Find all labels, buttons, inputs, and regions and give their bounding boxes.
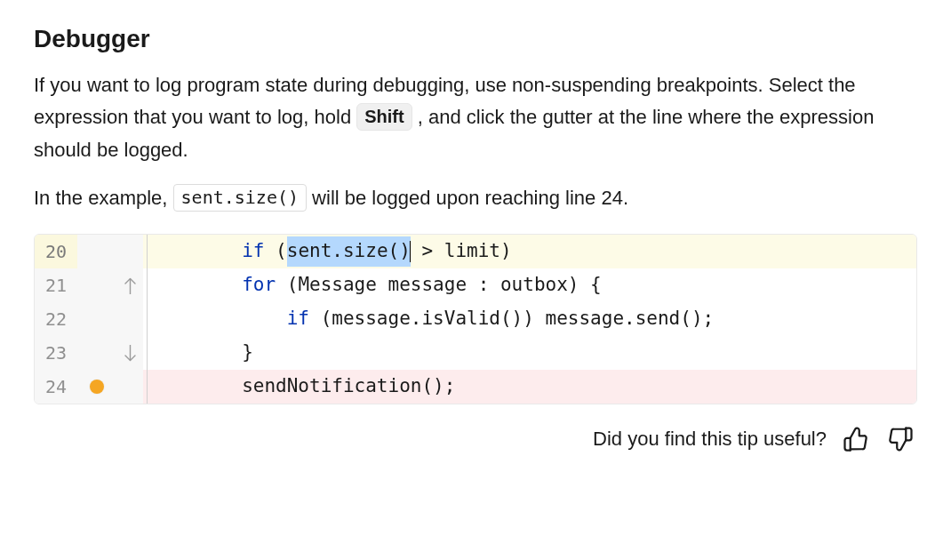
- code-row: 20 if (sent.size() > limit): [35, 235, 916, 268]
- thumbs-up-button[interactable]: [841, 424, 871, 454]
- code-line[interactable]: sendNotification();: [150, 370, 916, 404]
- code-line[interactable]: for (Message message : outbox) {: [150, 268, 916, 302]
- code-row: 24 sendNotification();: [35, 370, 916, 404]
- indent-guide: [143, 370, 150, 404]
- example-text-2: will be logged upon reaching line 24.: [307, 187, 628, 209]
- intro-paragraph: If you want to log program state during …: [34, 69, 917, 166]
- indent-guide: [143, 336, 150, 370]
- line-number[interactable]: 21: [35, 268, 77, 302]
- indent-guide: [143, 302, 150, 336]
- feedback-prompt: Did you find this tip useful?: [593, 428, 827, 451]
- thumbs-up-icon: [843, 426, 869, 452]
- inline-code: sent.size(): [173, 184, 307, 212]
- line-number[interactable]: 20: [35, 235, 77, 268]
- breakpoint-icon[interactable]: [90, 380, 104, 394]
- fold-gutter[interactable]: [116, 302, 143, 336]
- code-line[interactable]: }: [150, 336, 916, 370]
- breakpoint-gutter[interactable]: [77, 336, 116, 370]
- feedback-row: Did you find this tip useful?: [34, 424, 917, 454]
- fold-gutter[interactable]: [116, 235, 143, 268]
- indent-guide: [143, 235, 150, 268]
- fold-gutter[interactable]: [116, 336, 143, 370]
- thumbs-down-icon: [887, 426, 914, 452]
- example-paragraph: In the example, sent.size() will be logg…: [34, 182, 917, 214]
- code-row: 22 if (message.isValid()) message.send()…: [35, 302, 916, 336]
- breakpoint-gutter[interactable]: [77, 268, 116, 302]
- fold-gutter[interactable]: [116, 268, 143, 302]
- breakpoint-gutter[interactable]: [77, 370, 116, 404]
- line-number[interactable]: 22: [35, 302, 77, 336]
- fold-handle-icon[interactable]: [124, 277, 137, 294]
- line-number[interactable]: 24: [35, 370, 77, 404]
- fold-gutter[interactable]: [116, 370, 143, 404]
- code-line[interactable]: if (sent.size() > limit): [150, 235, 916, 268]
- code-row: 23 }: [35, 336, 916, 370]
- thumbs-down-button[interactable]: [885, 424, 915, 454]
- breakpoint-gutter[interactable]: [77, 235, 116, 268]
- fold-handle-icon[interactable]: [124, 345, 137, 362]
- breakpoint-gutter[interactable]: [77, 302, 116, 336]
- code-row: 21 for (Message message : outbox) {: [35, 268, 916, 302]
- kbd-shift: Shift: [356, 103, 412, 131]
- indent-guide: [143, 268, 150, 302]
- line-number[interactable]: 23: [35, 336, 77, 370]
- code-line[interactable]: if (message.isValid()) message.send();: [150, 302, 916, 336]
- example-text-1: In the example,: [34, 187, 173, 209]
- title: Debugger: [34, 25, 917, 53]
- selected-text[interactable]: sent.size(): [287, 236, 411, 267]
- code-editor: 20 if (sent.size() > limit) 21 for (Mess…: [34, 234, 917, 404]
